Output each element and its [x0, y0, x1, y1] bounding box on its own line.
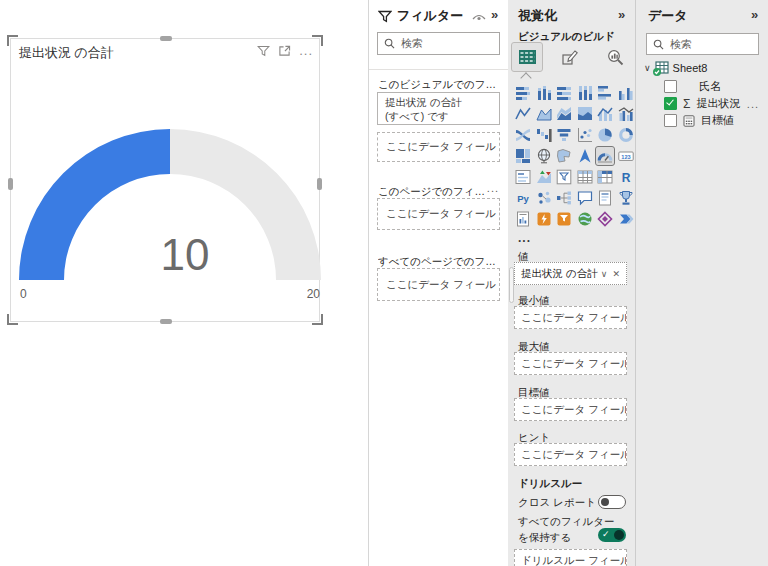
gauge-visual[interactable]: 提出状況 の合計 ... 10 0 20: [10, 38, 320, 322]
filters-on-this-visual-label: このビジュアルでのフィルター...: [378, 78, 502, 92]
multi-row-card-icon[interactable]: [514, 168, 532, 186]
filter-dropzone-page[interactable]: ここにデータ フィールド...: [377, 198, 500, 230]
ribbon-chart-icon[interactable]: [514, 126, 532, 144]
selection-handle-bottom-right[interactable]: [312, 314, 323, 325]
build-visual-tab[interactable]: [512, 43, 542, 71]
filter-dropzone-visual[interactable]: ここにデータ フィールド...: [377, 132, 500, 162]
section-more-icon[interactable]: ...: [487, 182, 499, 194]
qa-icon[interactable]: [576, 189, 594, 207]
area-chart-icon[interactable]: [535, 105, 553, 123]
maximum-dropzone[interactable]: ここにデータ フィールド...: [514, 352, 627, 375]
focus-mode-icon[interactable]: [278, 45, 291, 57]
stacked-bar-chart-icon[interactable]: [514, 84, 532, 102]
paginated-report-icon[interactable]: [514, 210, 532, 228]
more-visuals-icon[interactable]: ...: [518, 231, 531, 245]
field-checkbox[interactable]: [664, 114, 677, 127]
search-icon: [384, 38, 395, 49]
drillthrough-header: ドリルスルー: [518, 477, 582, 491]
power-apps-icon[interactable]: [535, 210, 553, 228]
data-search-input[interactable]: 検索: [646, 33, 759, 55]
table-icon[interactable]: [576, 168, 594, 186]
field-checkbox[interactable]: [664, 97, 677, 110]
collapse-pane-icon[interactable]: »: [618, 7, 623, 22]
keep-all-filters-toggle[interactable]: ✓: [598, 528, 626, 542]
donut-chart-icon[interactable]: [617, 126, 635, 144]
waterfall-chart-icon[interactable]: [535, 126, 553, 144]
selection-handle-top-right[interactable]: [312, 35, 323, 46]
pie-chart-icon[interactable]: [596, 126, 614, 144]
selection-handle-bottom-left[interactable]: [7, 314, 18, 325]
filter-dropzone-all-pages[interactable]: ここにデータ フィールド...: [377, 268, 500, 301]
treemap-icon[interactable]: [514, 147, 532, 165]
stacked-area-chart-icon[interactable]: [555, 105, 573, 123]
arcgis-map-icon[interactable]: [576, 210, 594, 228]
field-checkbox[interactable]: [664, 80, 677, 93]
clustered-bar-chart-icon[interactable]: [596, 84, 614, 102]
table-row-sheet8[interactable]: ∨ Sheet8: [644, 61, 764, 74]
clustered-column-chart-icon[interactable]: [617, 84, 635, 102]
smart-narrative-icon[interactable]: [596, 189, 614, 207]
100-stacked-column-chart-icon[interactable]: [576, 84, 594, 102]
eye-icon[interactable]: [472, 10, 486, 28]
kpi-icon[interactable]: [535, 168, 553, 186]
keep-all-filters-label: すべてのフィルター: [518, 515, 614, 529]
visual-filter-icon[interactable]: [257, 45, 270, 57]
scatter-chart-icon[interactable]: [576, 126, 594, 144]
flow-icon[interactable]: [617, 210, 635, 228]
check-badge-icon: [653, 68, 661, 76]
line-and-stacked-column-chart-icon[interactable]: [596, 105, 614, 123]
gauge-min-label: 0: [20, 287, 27, 301]
expand-collapse-icon[interactable]: ∨: [644, 63, 651, 73]
filter-search-input[interactable]: 検索: [377, 32, 500, 55]
value-field-pill[interactable]: 提出状況 の合計 ∨ ✕: [514, 262, 627, 285]
azure-map-icon[interactable]: [576, 147, 594, 165]
target-dropzone[interactable]: ここにデータ フィールド...: [514, 398, 627, 421]
decomposition-tree-icon[interactable]: [555, 189, 573, 207]
selection-handle-top[interactable]: [160, 36, 172, 41]
filter-pane: フィルター » 検索 このビジュアルでのフィルター... 提出状況 の合計 (す…: [368, 0, 507, 566]
drillthrough-dropzone[interactable]: ドリルスルー フィールド...: [514, 549, 627, 566]
gauge-icon[interactable]: [596, 147, 614, 165]
gauge-max-label: 20: [307, 287, 321, 301]
filter-card-visual[interactable]: 提出状況 の合計 (すべて) です: [377, 92, 500, 125]
filter-card-condition: (すべて) です: [385, 110, 492, 124]
field-row-目標値[interactable]: 目標値: [636, 112, 768, 129]
field-more-options-icon[interactable]: ...: [747, 98, 759, 110]
python-visual-icon[interactable]: Py: [514, 189, 532, 207]
tooltips-dropzone[interactable]: ここにデータ フィールド...: [514, 443, 627, 466]
field-dropdown-icon[interactable]: ∨: [601, 269, 608, 279]
filled-map-icon[interactable]: [555, 147, 573, 165]
field-row-氏名[interactable]: 氏名: [636, 78, 768, 95]
analytics-tab[interactable]: [600, 43, 630, 71]
field-list: 氏名Σ提出状況...目標値: [636, 78, 768, 129]
metrics-icon[interactable]: [617, 189, 635, 207]
100-stacked-area-chart-icon[interactable]: [576, 105, 594, 123]
stacked-column-chart-icon[interactable]: [535, 84, 553, 102]
gauge-chart: 10 0 20: [11, 67, 321, 305]
funnel-chart-icon[interactable]: [555, 126, 573, 144]
collapse-pane-icon[interactable]: »: [491, 7, 496, 22]
esri-icon[interactable]: [596, 210, 614, 228]
slicer-icon[interactable]: [555, 168, 573, 186]
collapse-pane-icon[interactable]: »: [751, 7, 756, 22]
format-visual-tab[interactable]: [555, 43, 585, 71]
map-icon[interactable]: [535, 147, 553, 165]
line-chart-icon[interactable]: [514, 105, 532, 123]
minimum-dropzone[interactable]: ここにデータ フィールド...: [514, 306, 627, 329]
key-influencers-icon[interactable]: [535, 189, 553, 207]
line-and-clustered-column-chart-icon[interactable]: [617, 105, 635, 123]
report-canvas[interactable]: 提出状況 の合計 ... 10 0 20: [0, 0, 368, 566]
table-icon: [655, 61, 669, 74]
power-automate-visual-icon[interactable]: [555, 210, 573, 228]
card-icon[interactable]: 123: [617, 147, 635, 165]
matrix-icon[interactable]: [596, 168, 614, 186]
visual-more-options-icon[interactable]: ...: [299, 46, 313, 56]
cross-report-toggle[interactable]: [598, 495, 626, 509]
filter-card-field: 提出状況 の合計: [385, 96, 492, 110]
selection-handle-top-left[interactable]: [7, 35, 18, 46]
r-script-icon[interactable]: R: [617, 168, 635, 186]
field-row-提出状況[interactable]: Σ提出状況...: [636, 95, 768, 112]
field-remove-icon[interactable]: ✕: [612, 269, 620, 279]
selection-handle-bottom[interactable]: [160, 319, 172, 324]
100-stacked-bar-chart-icon[interactable]: [555, 84, 573, 102]
